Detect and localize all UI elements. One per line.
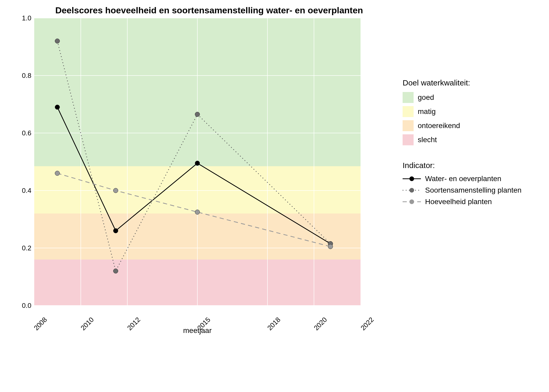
svg-point-1 (409, 176, 414, 181)
page-title: Deelscores hoeveelheid en soortensamenst… (26, 5, 392, 15)
data-point (195, 161, 200, 166)
swatch-icon (403, 92, 414, 103)
legend-series-item: Water- en oeverplanten (403, 175, 522, 183)
data-point (113, 269, 118, 273)
data-point (195, 210, 200, 215)
line-swatch-icon (403, 176, 421, 182)
data-point (113, 188, 118, 193)
legend-series: Indicator: Water- en oeverplantenSoorten… (403, 161, 522, 206)
legend-band-label: ontoereikend (418, 122, 460, 130)
data-point (195, 112, 200, 117)
series-line (57, 41, 330, 271)
y-tick-label: 0.4 (22, 187, 34, 195)
swatch-icon (403, 120, 414, 131)
legend-series-label: Soortensamenstelling planten (425, 186, 522, 194)
legend-band-label: goed (418, 93, 434, 102)
swatch-icon (403, 106, 414, 117)
data-point (55, 39, 60, 43)
plot-area: 0.00.20.40.60.81.02008201020122015201820… (34, 18, 361, 305)
legend-series-item: Hoeveelheid planten (403, 198, 522, 206)
series-layer (34, 18, 361, 305)
y-tick-label: 1.0 (22, 14, 34, 22)
legend-series-label: Water- en oeverplanten (425, 175, 501, 183)
legend-band-item: slecht (403, 134, 522, 145)
y-tick-label: 0.6 (22, 129, 34, 137)
y-tick-label: 0.8 (22, 72, 34, 80)
legend-band-item: matig (403, 106, 522, 117)
y-tick-label: 0.2 (22, 244, 34, 252)
series-line (57, 107, 330, 244)
legend-bands-title: Doel waterkwaliteit: (403, 78, 522, 87)
legend-band-item: ontoereikend (403, 120, 522, 131)
legend-band-label: slecht (418, 136, 437, 144)
y-tick-label: 0.0 (22, 302, 34, 310)
data-point (328, 244, 333, 249)
legend-series-title: Indicator: (403, 161, 522, 170)
data-point (55, 171, 60, 176)
legend-series-item: Soortensamenstelling planten (403, 186, 522, 194)
line-swatch-icon (403, 187, 421, 193)
legend-band-item: goed (403, 92, 522, 103)
svg-point-5 (409, 199, 414, 204)
data-point (55, 105, 60, 109)
data-point (113, 228, 118, 233)
line-swatch-icon (403, 199, 421, 205)
legend-bands: Doel waterkwaliteit: goedmatigontoereike… (403, 78, 522, 145)
series-line (57, 173, 330, 247)
legend: Doel waterkwaliteit: goedmatigontoereike… (403, 5, 522, 222)
swatch-icon (403, 134, 414, 145)
legend-band-label: matig (418, 107, 436, 116)
legend-series-label: Hoeveelheid planten (425, 198, 492, 206)
svg-point-3 (409, 188, 414, 193)
x-tick-label: 2022 (359, 316, 375, 332)
